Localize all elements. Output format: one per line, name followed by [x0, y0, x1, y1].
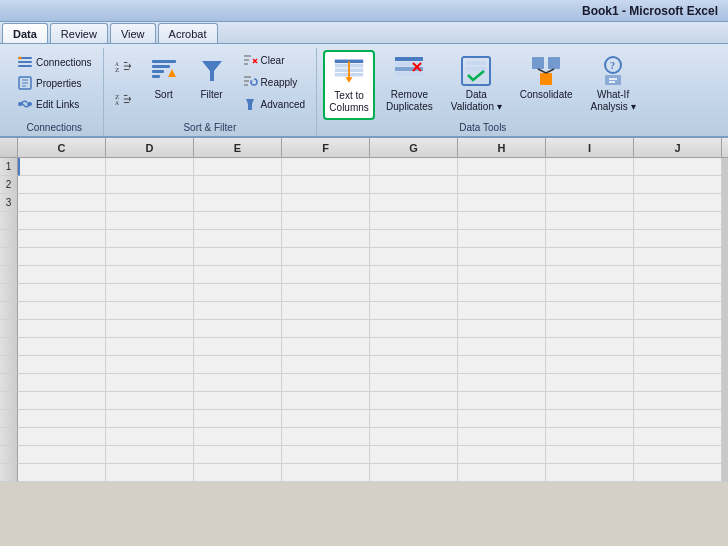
grid-cell[interactable] — [194, 302, 282, 320]
grid-cell[interactable] — [18, 176, 106, 194]
grid-cell[interactable] — [458, 356, 546, 374]
grid-cell[interactable] — [194, 446, 282, 464]
grid-cell[interactable] — [546, 176, 634, 194]
grid-cell[interactable] — [18, 230, 106, 248]
grid-cell[interactable] — [546, 230, 634, 248]
grid-cell[interactable] — [194, 320, 282, 338]
grid-cell[interactable] — [458, 302, 546, 320]
grid-cell[interactable] — [18, 302, 106, 320]
grid-cell[interactable] — [634, 410, 722, 428]
grid-cell[interactable] — [634, 446, 722, 464]
grid-cell[interactable] — [194, 266, 282, 284]
grid-cell[interactable] — [282, 230, 370, 248]
grid-cell[interactable] — [370, 230, 458, 248]
grid-cell[interactable] — [18, 194, 106, 212]
grid-cell[interactable] — [194, 248, 282, 266]
grid-cell[interactable] — [194, 392, 282, 410]
grid-cell[interactable] — [106, 392, 194, 410]
col-header-c[interactable]: C — [18, 138, 106, 157]
grid-cell[interactable] — [370, 176, 458, 194]
grid-cell[interactable] — [546, 194, 634, 212]
grid-cell[interactable] — [106, 284, 194, 302]
grid-cell[interactable] — [194, 410, 282, 428]
tab-acrobat[interactable]: Acrobat — [158, 23, 218, 43]
grid-cell[interactable] — [634, 392, 722, 410]
grid-cell[interactable] — [18, 338, 106, 356]
grid-cell[interactable] — [634, 338, 722, 356]
grid-cell[interactable] — [458, 230, 546, 248]
grid-cell[interactable] — [370, 284, 458, 302]
grid-cell[interactable] — [18, 356, 106, 374]
grid-cell[interactable] — [370, 266, 458, 284]
grid-cell[interactable] — [370, 212, 458, 230]
grid-cell[interactable] — [370, 392, 458, 410]
tab-data[interactable]: Data — [2, 23, 48, 43]
grid-cell[interactable] — [194, 464, 282, 482]
data-validation-button[interactable]: DataValidation ▾ — [444, 50, 509, 118]
text-to-columns-button[interactable]: Text toColumns — [323, 50, 375, 120]
grid-cell[interactable] — [546, 464, 634, 482]
grid-cell[interactable] — [282, 410, 370, 428]
grid-cell[interactable] — [458, 392, 546, 410]
grid-cell[interactable] — [634, 194, 722, 212]
col-header-j[interactable]: J — [634, 138, 722, 157]
grid-cell[interactable] — [106, 230, 194, 248]
grid-cell[interactable] — [194, 230, 282, 248]
grid-cell[interactable] — [458, 410, 546, 428]
grid-cell[interactable] — [106, 266, 194, 284]
grid-cell[interactable] — [370, 320, 458, 338]
grid-cell[interactable] — [546, 392, 634, 410]
grid-cell[interactable] — [458, 158, 546, 176]
reapply-button[interactable]: Reapply — [237, 72, 310, 92]
grid-cell[interactable] — [634, 212, 722, 230]
grid-cell[interactable] — [634, 374, 722, 392]
grid-cell[interactable] — [282, 194, 370, 212]
grid-cell[interactable] — [282, 176, 370, 194]
grid-cell[interactable] — [106, 410, 194, 428]
grid-cell[interactable] — [458, 374, 546, 392]
grid-cell[interactable] — [634, 356, 722, 374]
grid-cell[interactable] — [282, 446, 370, 464]
properties-button[interactable]: Properties — [12, 73, 97, 93]
grid-cell[interactable] — [106, 320, 194, 338]
edit-links-button[interactable]: Edit Links — [12, 94, 97, 114]
grid-cell[interactable] — [546, 356, 634, 374]
grid-cell[interactable] — [546, 248, 634, 266]
grid-cell[interactable] — [18, 320, 106, 338]
tab-view[interactable]: View — [110, 23, 156, 43]
grid-cell[interactable] — [546, 446, 634, 464]
grid-cell[interactable] — [106, 464, 194, 482]
grid-cell[interactable] — [370, 248, 458, 266]
grid-cell[interactable] — [370, 446, 458, 464]
sort-button[interactable]: Sort — [141, 50, 187, 106]
sort-az-button[interactable]: A Z — [110, 56, 139, 76]
grid-cell[interactable] — [106, 428, 194, 446]
grid-cell[interactable] — [106, 158, 194, 176]
grid-cell[interactable] — [458, 446, 546, 464]
grid-cell[interactable] — [18, 428, 106, 446]
grid-cell[interactable] — [282, 356, 370, 374]
connections-button[interactable]: Connections — [12, 52, 97, 72]
grid-cell[interactable] — [282, 158, 370, 176]
grid-cell[interactable] — [458, 212, 546, 230]
grid-cell[interactable] — [370, 194, 458, 212]
grid-cell[interactable] — [634, 266, 722, 284]
grid-cell[interactable] — [370, 302, 458, 320]
grid-cell[interactable] — [282, 212, 370, 230]
grid-cell[interactable] — [634, 176, 722, 194]
grid-cell[interactable] — [370, 410, 458, 428]
grid-cell[interactable] — [282, 284, 370, 302]
filter-button[interactable]: Filter — [189, 50, 235, 106]
grid-cell[interactable] — [282, 266, 370, 284]
grid-cell[interactable] — [106, 338, 194, 356]
grid-cell[interactable] — [458, 428, 546, 446]
grid-cell[interactable] — [282, 374, 370, 392]
grid-cell[interactable] — [18, 464, 106, 482]
grid-cell[interactable] — [634, 302, 722, 320]
grid-cell[interactable] — [546, 284, 634, 302]
grid-cell[interactable] — [546, 374, 634, 392]
grid-cell[interactable] — [634, 284, 722, 302]
col-header-g[interactable]: G — [370, 138, 458, 157]
grid-cell[interactable] — [106, 176, 194, 194]
col-header-e[interactable]: E — [194, 138, 282, 157]
